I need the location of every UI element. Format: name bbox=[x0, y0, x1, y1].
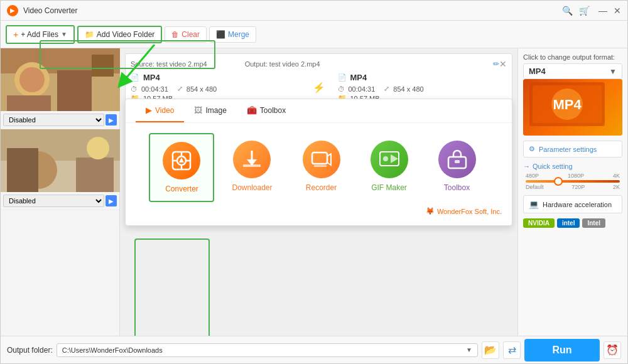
menu-item-converter[interactable]: Converter bbox=[149, 133, 214, 202]
parameter-settings-button[interactable]: ⚙ Parameter settings bbox=[523, 141, 622, 158]
toolbox-menu-label: Toolbox bbox=[444, 183, 470, 192]
source-format: MP4 bbox=[143, 73, 160, 82]
hardware-acceleration-button[interactable]: 💻 Hardware acceleration bbox=[523, 195, 622, 213]
file-info-left: 📄 MP4 ⏱ 00:04:31 ⤢ 854 x 480 📁 10.57 MB bbox=[131, 73, 300, 102]
svg-rect-12 bbox=[7, 148, 38, 192]
label-2k: 2K bbox=[613, 184, 620, 190]
source-meta: 📄 MP4 bbox=[131, 73, 300, 82]
svg-point-14 bbox=[87, 137, 109, 159]
merge-icon: ⬛ bbox=[216, 30, 225, 39]
menu-item-toolbox[interactable]: Toolbox bbox=[426, 133, 489, 202]
output-folder-label: Output folder: bbox=[7, 346, 53, 355]
output-format: MP4 bbox=[350, 73, 367, 82]
recorder-icon bbox=[303, 141, 340, 178]
quality-labels-top: 480P 1080P 4K bbox=[526, 173, 620, 179]
quick-setting-icon: → bbox=[523, 163, 530, 170]
recorder-label: Recorder bbox=[306, 183, 337, 192]
menu-items: Converter Downloader bbox=[126, 123, 512, 207]
gpu-badges: NVIDIA intel Intel bbox=[523, 218, 622, 228]
svg-point-5 bbox=[19, 67, 45, 92]
downloader-label: Downloader bbox=[232, 183, 272, 192]
converter-label: Converter bbox=[165, 185, 198, 193]
toolbox-tab-label: Toolbox bbox=[260, 106, 286, 115]
dropdown-arrow-icon: ▼ bbox=[61, 31, 67, 38]
tab-toolbox[interactable]: 🧰 Toolbox bbox=[237, 99, 296, 122]
image-tab-icon: 🖼 bbox=[194, 105, 202, 115]
svg-rect-7 bbox=[7, 95, 51, 111]
tab-image[interactable]: 🖼 Image bbox=[184, 99, 236, 122]
video-arrow-btn-2[interactable]: ▶ bbox=[106, 195, 117, 206]
toolbox-item-icon bbox=[438, 141, 476, 178]
label-720p: 720P bbox=[571, 184, 585, 190]
nvidia-badge: NVIDIA bbox=[523, 218, 555, 228]
format-selector[interactable]: MP4 ▼ bbox=[523, 63, 622, 79]
pencil-icon[interactable]: ✏ bbox=[493, 60, 499, 68]
source-resolution: 854 x 480 bbox=[187, 85, 217, 93]
add-files-button[interactable]: + + Add Files ▼ bbox=[6, 25, 75, 44]
video-thumbnail-2 bbox=[1, 129, 120, 192]
output-duration: 00:04:31 bbox=[349, 85, 376, 93]
output-duration-row: ⏱ 00:04:31 ⤢ 854 x 480 bbox=[338, 85, 507, 93]
transfer-button[interactable]: ⇄ bbox=[503, 341, 521, 359]
tab-video[interactable]: ▶ Video bbox=[136, 99, 184, 122]
video-arrow-btn-1[interactable]: ▶ bbox=[106, 114, 117, 126]
folder-browse-icon: 📂 bbox=[484, 344, 497, 356]
quality-slider[interactable] bbox=[526, 180, 620, 183]
svg-rect-13 bbox=[76, 158, 114, 192]
quick-setting-label: → Quick setting bbox=[523, 163, 622, 170]
bottom-bar: Output folder: C:\Users\WonderFox\Downlo… bbox=[1, 336, 627, 363]
search-icon[interactable]: 🔍 bbox=[562, 6, 573, 16]
output-path-field[interactable]: C:\Users\WonderFox\Downloads ▼ bbox=[57, 343, 478, 357]
quality-slider-thumb[interactable] bbox=[554, 177, 563, 186]
video-tab-label: Video bbox=[155, 106, 174, 115]
toolbar: + + Add Files ▼ 📁 Add Video Folder 🗑 Cle… bbox=[1, 21, 627, 48]
clear-button[interactable]: 🗑 Clear bbox=[165, 26, 207, 43]
image-tab-label: Image bbox=[205, 106, 226, 115]
label-480p: 480P bbox=[526, 173, 539, 179]
left-panel: Disabled ▶ bbox=[1, 48, 120, 336]
converter-highlight bbox=[134, 238, 210, 336]
effect-select-1[interactable]: Disabled bbox=[3, 114, 104, 126]
minimize-btn[interactable]: — bbox=[598, 6, 607, 16]
menu-item-gif-maker[interactable]: GIF Maker bbox=[358, 133, 421, 202]
gif-maker-icon bbox=[371, 141, 408, 178]
settings-icon: ⚙ bbox=[529, 145, 535, 153]
clock-icon-source: ⏱ bbox=[131, 85, 138, 93]
toolbox-tab-icon: 🧰 bbox=[247, 105, 257, 115]
hw-accel-label: Hardware acceleration bbox=[543, 201, 612, 208]
menu-item-downloader[interactable]: Downloader bbox=[219, 133, 284, 202]
svg-rect-8 bbox=[92, 55, 114, 77]
svg-rect-25 bbox=[312, 153, 327, 164]
menu-item-recorder[interactable]: Recorder bbox=[290, 133, 353, 202]
window-controls: 🔍 🛒 — ✕ bbox=[562, 6, 621, 16]
svg-rect-27 bbox=[314, 165, 327, 167]
merge-label: Merge bbox=[228, 30, 249, 39]
output-path-text: C:\Users\WonderFox\Downloads bbox=[62, 346, 163, 354]
svg-rect-32 bbox=[455, 160, 460, 163]
window-title: Video Converter bbox=[23, 6, 562, 15]
right-panel: Click to change output format: MP4 ▼ MP4 bbox=[517, 48, 627, 336]
center-panel: Source: test video 2.mp4 Output: test vi… bbox=[120, 48, 517, 336]
run-button[interactable]: Run bbox=[524, 339, 600, 361]
add-folder-label: Add Video Folder bbox=[97, 30, 155, 39]
param-settings-label: Parameter settings bbox=[539, 146, 597, 153]
wonderfox-label: WonderFox Soft, Inc. bbox=[437, 208, 502, 215]
output-format-icon: 📄 bbox=[338, 73, 347, 82]
output-format-section: Click to change output format: MP4 ▼ MP4 bbox=[523, 53, 622, 136]
browse-folder-button[interactable]: 📂 bbox=[482, 341, 499, 359]
menu-footer: 🦊 WonderFox Soft, Inc. bbox=[126, 207, 512, 215]
add-video-folder-button[interactable]: 📁 Add Video Folder bbox=[77, 26, 163, 43]
close-btn[interactable]: ✕ bbox=[614, 6, 621, 16]
svg-marker-26 bbox=[327, 154, 331, 165]
close-file-icon[interactable]: ✕ bbox=[499, 59, 507, 69]
video-controls-1: Disabled ▶ bbox=[1, 111, 119, 129]
convert-arrow: ⚡ bbox=[305, 82, 333, 94]
alarm-button[interactable]: ⏰ bbox=[604, 341, 621, 359]
effect-select-2[interactable]: Disabled bbox=[3, 195, 104, 207]
merge-button[interactable]: ⬛ Merge bbox=[209, 26, 256, 43]
label-default: Default bbox=[526, 184, 544, 190]
menu-tabs: ▶ Video 🖼 Image 🧰 Toolbox bbox=[126, 99, 512, 123]
label-1080p: 1080P bbox=[568, 173, 584, 179]
cart-icon[interactable]: 🛒 bbox=[579, 6, 590, 16]
quick-setting-text: Quick setting bbox=[533, 163, 573, 170]
